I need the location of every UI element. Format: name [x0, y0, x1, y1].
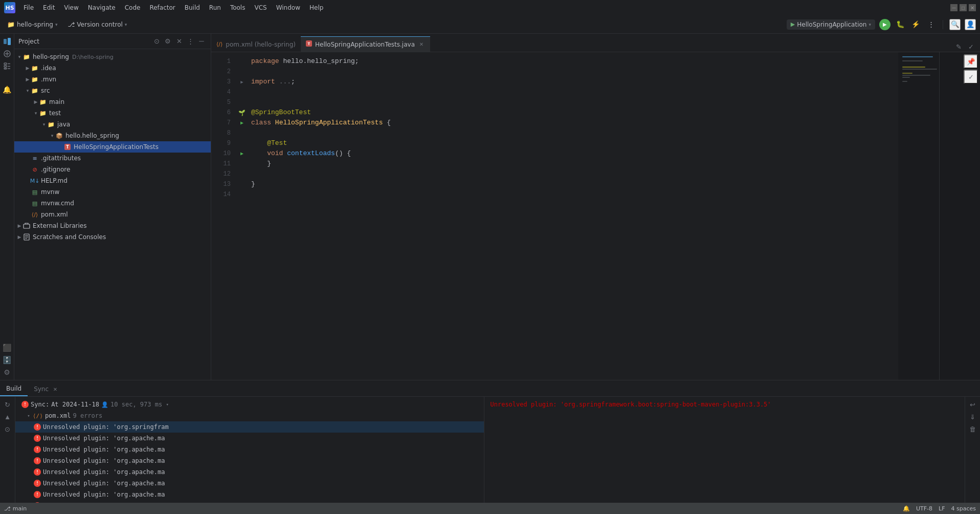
debug-button[interactable]: 🐛	[895, 19, 906, 30]
sidebar-icon-project[interactable]	[2, 36, 13, 47]
menu-navigate[interactable]: Navigate	[84, 3, 120, 13]
sidebar-icon-git[interactable]	[2, 48, 13, 59]
coverage-button[interactable]: ⚡	[910, 19, 921, 30]
sidebar-icon-terminal[interactable]: ⬛	[2, 342, 13, 353]
status-notifications[interactable]: 🔔	[903, 505, 910, 512]
run-button[interactable]	[879, 19, 890, 30]
editor-pin-btn[interactable]: 📌	[964, 54, 978, 69]
build-tree-sync[interactable]: ! Sync: At 2024-11-18 👤 10 sec, 973 ms ▾	[15, 399, 484, 410]
menu-code[interactable]: Code	[121, 3, 145, 13]
build-tree-pomxml[interactable]: ▾ ⟨/⟩ pom.xml 9 errors	[15, 410, 484, 421]
panel-minimize[interactable]: ─	[196, 36, 207, 47]
build-error-3[interactable]: ! Unresolved plugin: 'org.apache.ma	[15, 444, 484, 455]
build-error-4[interactable]: ! Unresolved plugin: 'org.apache.ma	[15, 455, 484, 466]
status-line-endings[interactable]: LF	[939, 505, 945, 512]
build-refresh-btn[interactable]: ↻	[2, 399, 13, 410]
menu-edit[interactable]: Edit	[39, 3, 59, 13]
bottom-tab-sync[interactable]: Sync ✕	[28, 382, 65, 396]
profile-button[interactable]: 👤	[965, 19, 976, 30]
tree-item-scratches[interactable]: ▶ Scratches and Consoles	[14, 231, 211, 243]
sync-tab-close[interactable]: ✕	[52, 386, 59, 393]
tree-item-mvnw[interactable]: ▶ ▤ mvnw	[14, 186, 211, 198]
build-error-2[interactable]: ! Unresolved plugin: 'org.apache.ma	[15, 433, 484, 444]
fold-3[interactable]: ▶	[240, 79, 243, 85]
tree-item-idea[interactable]: ▶ 📁 .idea	[14, 62, 211, 74]
tree-item-mvn[interactable]: ▶ 📁 .mvn	[14, 74, 211, 85]
vc-chevron: ▾	[125, 22, 127, 27]
editor-check-btn[interactable]: ✓	[964, 70, 978, 84]
tab-hellospringtests-close[interactable]: ✕	[418, 41, 425, 48]
file-tree: ▾ 📁 hello-spring D:\hello-spring ▶ 📁 .id…	[14, 49, 211, 380]
status-indent[interactable]: 4 spaces	[951, 505, 976, 512]
menu-tools[interactable]: Tools	[226, 3, 250, 13]
tab-hellospringtests[interactable]: T HelloSpringApplicationTests.java ✕	[301, 36, 430, 52]
tree-item-java[interactable]: ▾ 📁 java	[14, 119, 211, 130]
package-icon: 📦	[55, 132, 63, 140]
build-error-1[interactable]: ! Unresolved plugin: 'org.springfram	[15, 421, 484, 433]
tree-item-test-class[interactable]: ▶ T HelloSpringApplicationTests	[14, 141, 211, 153]
minimap-line-11	[902, 77, 910, 78]
panel-gear[interactable]: ⚙	[163, 36, 173, 47]
tab-pomxml[interactable]: ⟨/⟩ pom.xml (hello-spring)	[211, 36, 301, 52]
tree-item-root[interactable]: ▾ 📁 hello-spring D:\hello-spring	[14, 51, 211, 62]
build-collapse-btn[interactable]: ▲	[2, 411, 13, 422]
code-line-5	[251, 97, 898, 108]
build-filter-btn[interactable]: ⊙	[2, 423, 13, 435]
tree-item-src[interactable]: ▾ 📁 src	[14, 85, 211, 96]
root-label: hello-spring	[33, 53, 69, 60]
build-output[interactable]: ! Sync: At 2024-11-18 👤 10 sec, 973 ms ▾…	[15, 397, 484, 503]
menu-run[interactable]: Run	[205, 3, 225, 13]
sidebar-icon-notifications[interactable]: 🔔	[2, 84, 13, 95]
minimize-button[interactable]: ─	[950, 4, 957, 11]
editor-action-pin[interactable]: ✎	[953, 41, 964, 52]
tree-item-pomxml[interactable]: ▶ ⟨/⟩ pom.xml	[14, 209, 211, 220]
run-7[interactable]: ▶	[240, 120, 243, 126]
editor-action-check[interactable]: ✓	[966, 41, 976, 52]
gitattributes-icon: ≡	[31, 154, 39, 162]
build-error-5[interactable]: ! Unresolved plugin: 'org.apache.ma	[15, 466, 484, 478]
code-content[interactable]: package hello.hello_spring; import ... ;…	[247, 52, 898, 380]
tree-item-helpmd[interactable]: ▶ M↓ HELP.md	[14, 175, 211, 186]
mvn-folder-icon: 📁	[31, 75, 39, 83]
menu-build[interactable]: Build	[181, 3, 204, 13]
menu-view[interactable]: View	[60, 3, 82, 13]
menu-vcs[interactable]: VCS	[250, 3, 271, 13]
maximize-button[interactable]: □	[960, 4, 967, 11]
bottom-tab-build[interactable]: Build	[0, 382, 28, 396]
close-button[interactable]: ✕	[969, 4, 976, 11]
build-wrap-btn[interactable]: ↩	[967, 399, 978, 410]
more-run-options[interactable]: ⋮	[925, 19, 937, 30]
run-10[interactable]: ▶	[240, 151, 243, 157]
tree-item-gitignore[interactable]: ▶ ⊘ .gitignore	[14, 164, 211, 175]
panel-close[interactable]: ✕	[174, 36, 184, 47]
menu-window[interactable]: Window	[272, 3, 304, 13]
panel-menu[interactable]: ⋮	[185, 36, 195, 47]
menu-file[interactable]: File	[19, 3, 38, 13]
tree-item-gitattributes[interactable]: ▶ ≡ .gitattributes	[14, 153, 211, 164]
status-encoding[interactable]: UTF-8	[916, 505, 932, 512]
vc-label: Version control	[77, 21, 123, 28]
build-error-6[interactable]: ! Unresolved plugin: 'org.apache.ma	[15, 478, 484, 489]
status-git-branch[interactable]: ⎇ main	[4, 505, 27, 512]
tree-item-test[interactable]: ▾ 📁 test	[14, 108, 211, 119]
sidebar-icon-settings[interactable]: ⚙️	[2, 367, 13, 378]
sidebar-icon-database[interactable]: 🗄️	[2, 354, 13, 366]
run-config-selector[interactable]: ▶ HelloSpringApplication ▾	[787, 19, 875, 30]
tree-item-ext-libs[interactable]: ▶ External Libraries	[14, 220, 211, 231]
tree-item-mvnwcmd[interactable]: ▶ ▤ mvnw.cmd	[14, 198, 211, 209]
sidebar-icon-structure[interactable]	[2, 60, 13, 72]
sync-label: Sync:	[31, 401, 49, 408]
package-label: hello.hello_spring	[65, 132, 119, 139]
panel-scroll-from-source[interactable]: ⊙	[151, 36, 162, 47]
project-selector[interactable]: 📁 hello-spring ▾	[4, 19, 60, 30]
build-scroll-end-btn[interactable]: ⇓	[967, 411, 978, 422]
search-everywhere-button[interactable]: 🔍	[949, 19, 961, 30]
tree-item-package[interactable]: ▾ 📦 hello.hello_spring	[14, 130, 211, 141]
line-numbers: 1 2 3 4 5 6 7 8 9 10 11 12 13 14	[211, 52, 237, 380]
vc-selector[interactable]: ⎇ Version control ▾	[64, 19, 130, 30]
menu-help[interactable]: Help	[305, 3, 327, 13]
build-error-7[interactable]: ! Unresolved plugin: 'org.apache.ma	[15, 489, 484, 500]
tree-item-main[interactable]: ▶ 📁 main	[14, 96, 211, 108]
build-trash-btn[interactable]: 🗑	[967, 423, 978, 435]
menu-refactor[interactable]: Refactor	[145, 3, 179, 13]
